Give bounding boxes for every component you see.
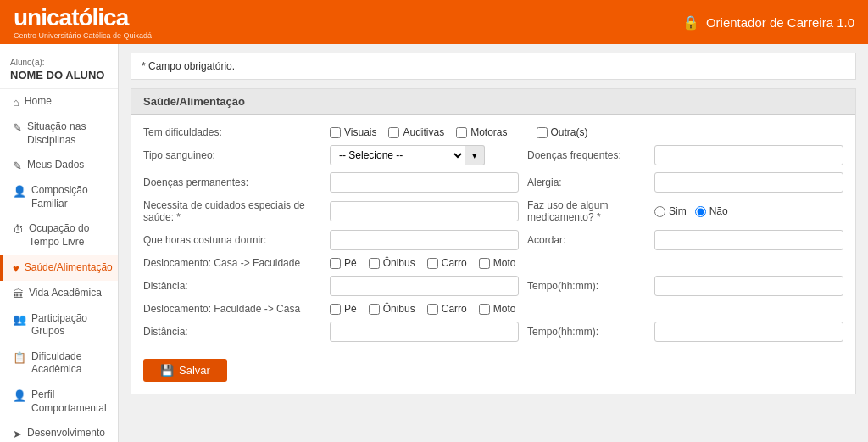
check-moto2[interactable]: Moto [479, 303, 516, 315]
home-icon: ⌂ [13, 96, 19, 109]
input-tempo2 [654, 322, 843, 342]
label-distancia1: Distância: [143, 280, 330, 292]
checkbox-moto2[interactable] [479, 304, 490, 315]
field-horas-dormir[interactable] [330, 230, 519, 250]
label-tempo2: Tempo(hh:mm): [519, 326, 654, 338]
student-name: NOME DO ALUNO [0, 69, 118, 89]
label-alergia: Alergia: [519, 176, 654, 188]
field-necessita-cuidados[interactable] [330, 201, 519, 221]
label-necessita-cuidados: Necessita de cuidados especiais de saúde… [143, 199, 330, 223]
field-doencas-frequentes[interactable] [654, 145, 843, 165]
check-onibus2[interactable]: Ônibus [369, 303, 415, 315]
save-button[interactable]: 💾 Salvar [143, 359, 227, 382]
sidebar-item-situacao[interactable]: ✎ Situação nas Disciplinas [0, 115, 118, 153]
checkbox-onibus1[interactable] [369, 258, 380, 269]
save-label: Salvar [179, 364, 210, 377]
input-faz-uso: Sim Não [654, 205, 843, 217]
check-group-dificuldades: Visuais Auditivas Motoras [330, 126, 843, 138]
checkbox-carro2[interactable] [427, 304, 438, 315]
select-dropdown-btn[interactable]: ▾ [465, 145, 485, 165]
checkbox-pe1[interactable] [330, 258, 341, 269]
sidebar-item-home[interactable]: ⌂ Home [0, 89, 118, 115]
sidebar-item-dificuldade[interactable]: 📋 Dificuldade Acadêmica [0, 344, 118, 383]
label-dificuldades: Tem dificuldades: [143, 126, 330, 138]
radio-sim[interactable]: Sim [654, 205, 687, 217]
sidebar-label-ocupacao: Ocupação do Tempo Livre [29, 222, 108, 249]
input-tempo1 [654, 276, 843, 296]
sidebar-item-vida[interactable]: 🏛 Vida Acadêmica [0, 281, 118, 306]
check-outras[interactable]: Outra(s) [537, 126, 588, 138]
check-group-deslocamento1: Pé Ônibus Carro [330, 257, 843, 269]
input-doencas-frequentes [654, 145, 843, 165]
radio-nao-input[interactable] [695, 206, 706, 217]
sidebar-label-vida: Vida Acadêmica [29, 287, 102, 300]
lock-icon: 🔒 [682, 14, 699, 31]
field-tempo1[interactable] [654, 276, 843, 296]
check-visuais[interactable]: Visuais [330, 126, 376, 138]
row-deslocamento2: Deslocamento: Faculdade -> Casa Pé Ônibu… [143, 303, 843, 315]
student-label: Aluno(a): [0, 51, 118, 69]
sidebar-item-composicao[interactable]: 👤 Composição Familiar [0, 178, 118, 216]
input-distancia2 [330, 322, 519, 342]
heart-icon: ♥ [13, 262, 19, 275]
label-carro1: Carro [442, 257, 467, 269]
checkbox-pe2[interactable] [330, 304, 341, 315]
select-tipo-sanguineo[interactable]: -- Selecione -- A+A-B+B- AB+AB-O+O- [330, 145, 465, 165]
form-body: Tem dificuldades: Visuais Auditivas [131, 123, 855, 352]
check-moto1[interactable]: Moto [479, 257, 516, 269]
sidebar-item-participacao[interactable]: 👥 Participação Grupos [0, 306, 118, 344]
field-alergia[interactable] [654, 172, 843, 193]
sidebar-item-saude[interactable]: ♥ Saúde/Alimentação [0, 255, 118, 281]
label-deslocamento2: Deslocamento: Faculdade -> Casa [143, 303, 330, 315]
sidebar-item-ocupacao[interactable]: ⏱ Ocupação do Tempo Livre [0, 216, 118, 255]
check-motoras[interactable]: Motoras [456, 126, 507, 138]
input-deslocamento2: Pé Ônibus Carro [330, 303, 843, 315]
check-carro1[interactable]: Carro [427, 257, 467, 269]
checkbox-onibus2[interactable] [369, 304, 380, 315]
check-carro2[interactable]: Carro [427, 303, 467, 315]
checkbox-auditivas[interactable] [388, 127, 399, 138]
label-faz-uso: Faz uso de algum medicamento? * [519, 199, 654, 223]
sidebar-item-perfil[interactable]: 👤 Perfil Comportamental [0, 383, 118, 421]
radio-sim-input[interactable] [654, 206, 665, 217]
difficulty-icon: 📋 [13, 351, 26, 364]
sidebar-label-perfil: Perfil Comportamental [31, 389, 108, 415]
sidebar-item-meus-dados[interactable]: ✎ Meus Dados [0, 153, 118, 178]
sidebar-label-desenvolvimento: Desenvolvimento Pessoal e Profissional [27, 427, 108, 442]
input-horas-dormir [330, 230, 519, 250]
checkbox-carro1[interactable] [427, 258, 438, 269]
checkbox-motoras[interactable] [456, 127, 467, 138]
label-distancia2: Distância: [143, 326, 330, 338]
input-alergia [654, 172, 843, 193]
select-wrap-tipo: -- Selecione -- A+A-B+B- AB+AB-O+O- ▾ [330, 145, 519, 165]
row-dificuldades: Tem dificuldades: Visuais Auditivas [143, 126, 843, 138]
field-distancia2[interactable] [330, 322, 519, 342]
label-carro2: Carro [442, 303, 467, 315]
radio-nao[interactable]: Não [695, 205, 728, 217]
sidebar-label-home: Home [25, 95, 52, 109]
label-pe2: Pé [344, 303, 357, 315]
sidebar-item-desenvolvimento[interactable]: ➤ Desenvolvimento Pessoal e Profissional [0, 421, 118, 442]
checkbox-visuais[interactable] [330, 127, 341, 138]
check-pe1[interactable]: Pé [330, 257, 357, 269]
save-btn-wrap: 💾 Salvar [131, 352, 855, 382]
label-deslocamento1: Deslocamento: Casa -> Faculdade [143, 257, 330, 269]
sidebar: Aluno(a): NOME DO ALUNO ⌂ Home ✎ Situaçã… [0, 44, 119, 442]
row-tipo-sanguineo: Tipo sanguineo: -- Selecione -- A+A-B+B-… [143, 145, 843, 165]
sidebar-label-participacao: Participação Grupos [31, 312, 108, 338]
label-nao: Não [709, 205, 728, 217]
input-deslocamento1: Pé Ônibus Carro [330, 257, 843, 269]
label-doencas-frequentes: Doenças frequentes: [519, 149, 654, 161]
check-onibus1[interactable]: Ônibus [369, 257, 415, 269]
sidebar-label-situacao: Situação nas Disciplinas [27, 120, 108, 147]
field-tempo2[interactable] [654, 322, 843, 342]
form-title: Saúde/Alimentação [131, 89, 855, 115]
field-acordar[interactable] [654, 230, 843, 250]
check-pe2[interactable]: Pé [330, 303, 357, 315]
field-doencas-permanentes[interactable] [330, 172, 519, 193]
field-distancia1[interactable] [330, 276, 519, 296]
check-auditivas[interactable]: Auditivas [388, 126, 444, 138]
checkbox-moto1[interactable] [479, 258, 490, 269]
checkbox-outras[interactable] [537, 127, 548, 138]
develop-icon: ➤ [13, 428, 22, 440]
